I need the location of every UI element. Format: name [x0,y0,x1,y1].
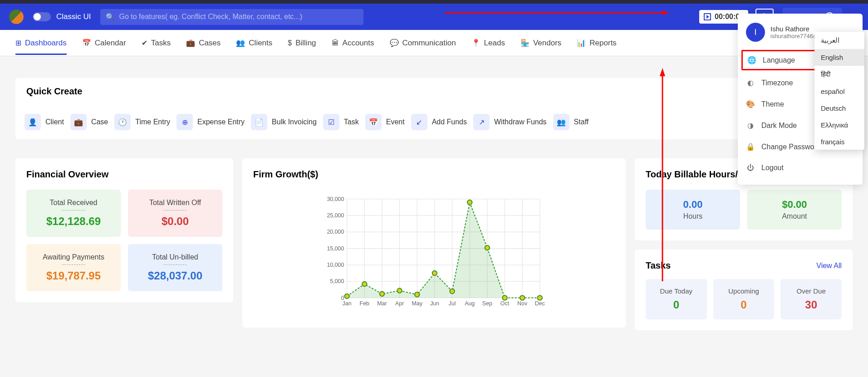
qc-case[interactable]: 💼Case [70,114,108,130]
task-due-today: Due Today0 [646,279,707,319]
billable-amount-box: $0.00 Amount [747,190,842,230]
nav-clients[interactable]: 👥Clients [236,31,272,55]
nav-calendar[interactable]: 📅Calendar [82,31,126,55]
qc-add-funds[interactable]: ↙Add Funds [411,114,467,130]
classic-ui-toggle[interactable] [33,12,51,21]
nav-dashboards[interactable]: ⊞Dashboards [15,31,67,55]
nav-tasks[interactable]: ✔Tasks [142,31,171,55]
search-input[interactable] [119,13,358,21]
contrast-icon: ◑ [746,121,755,130]
classic-ui-label: Classic UI [56,12,91,21]
svg-text:May: May [412,300,423,307]
lang-option[interactable]: हिंदी [814,66,864,83]
communication-icon: 💬 [390,39,399,47]
qc-icon: ☑ [323,114,339,130]
svg-text:Jul: Jul [449,300,456,307]
svg-text:Jun: Jun [430,300,439,307]
globe-icon: 🌐 [747,56,756,64]
task-upcoming: Upcoming0 [713,279,775,319]
qc-time-entry[interactable]: 🕐Time Entry [114,114,170,130]
qc-staff[interactable]: 👥Staff [553,114,589,130]
menu-logout[interactable]: ⏻ Logout [738,157,863,178]
svg-point-45 [467,200,472,205]
nav-communication[interactable]: 💬Communication [390,31,456,55]
svg-point-42 [415,292,419,297]
svg-text:Oct: Oct [500,300,510,307]
svg-text:30,000: 30,000 [327,196,344,202]
fin-total-un-billed: Total Un-billed$28,037.00 [128,244,222,291]
search-box[interactable]: 🔍 [100,9,363,25]
qc-icon: ↙ [411,114,427,130]
fin-total-received: Total Received$12,128.69 [26,190,121,237]
qc-withdraw-funds[interactable]: ↗Withdraw Funds [473,114,547,130]
clock-icon: ◐ [746,78,755,87]
nav-leads[interactable]: 📍Leads [471,31,505,55]
svg-point-40 [380,292,384,296]
lock-icon: 🔒 [746,142,755,151]
quick-create-card: Quick Create 👤Client💼Case🕐Time Entry⊕Exp… [15,78,853,139]
nav-reports[interactable]: 📊Reports [577,31,617,55]
fin-total-written-off: Total Written Off$0.00 [128,190,222,237]
fin-awaiting-payments: Awaiting Payments$19,787.95 [26,244,121,291]
profile-email: ishurathore7746@ [770,33,819,39]
nav-cases[interactable]: 💼Cases [186,31,221,55]
svg-text:Feb: Feb [360,300,370,307]
profile-name: Ishu Rathore [770,25,819,33]
search-icon: 🔍 [106,13,115,21]
lang-option[interactable]: Ελληνικά [814,117,864,133]
svg-point-48 [520,295,525,300]
tasks-view-all-link[interactable]: View All [816,262,842,270]
vendors-icon: 🏪 [520,39,530,47]
svg-text:Sep: Sep [482,300,492,307]
svg-point-43 [432,271,437,275]
power-icon: ⏻ [746,164,755,172]
lang-option[interactable]: English [814,49,864,66]
qc-event[interactable]: 📅Event [365,114,405,130]
svg-text:20,000: 20,000 [327,229,344,235]
svg-text:Mar: Mar [377,300,387,307]
lang-option[interactable]: العربية [814,32,864,49]
billing-icon: $ [288,39,292,47]
lang-option[interactable]: français [814,133,864,150]
qc-task[interactable]: ☑Task [323,114,359,130]
reports-icon: 📊 [577,39,586,47]
qc-icon: ⊕ [177,114,193,130]
tasks-icon: ✔ [142,39,147,47]
growth-chart: 05,00010,00015,00020,00025,00030,000JanF… [253,190,615,317]
svg-point-46 [485,245,490,250]
task-over-due: Over Due30 [780,279,842,319]
svg-point-39 [362,282,367,286]
svg-text:Dec: Dec [535,300,545,307]
svg-point-47 [502,295,507,300]
svg-text:15,000: 15,000 [327,245,344,252]
qc-icon: 👤 [25,114,41,130]
lang-option[interactable]: Deutsch [814,100,864,117]
accounts-icon: 🏛 [332,39,339,47]
svg-text:10,000: 10,000 [327,262,344,268]
tasks-card: Tasks View All Due Today0Upcoming0Over D… [635,250,853,330]
quick-create-title: Quick Create [15,78,93,105]
svg-text:5,000: 5,000 [330,278,344,284]
qc-icon: 📄 [251,114,267,130]
svg-text:Aug: Aug [465,300,475,307]
svg-text:25,000: 25,000 [327,212,344,219]
financial-overview-card: Financial Overview Total Received$12,128… [15,158,233,302]
play-icon [704,13,711,20]
nav-billing[interactable]: $Billing [288,31,316,55]
qc-bulk-invoicing[interactable]: 📄Bulk Invoicing [251,114,317,130]
qc-icon: 👥 [553,114,569,130]
growth-title: Firm Growth($) [253,169,615,180]
svg-point-49 [538,295,542,300]
svg-point-41 [397,288,402,293]
svg-point-38 [344,294,349,299]
qc-client[interactable]: 👤Client [25,114,64,130]
qc-icon: 📅 [365,114,382,130]
svg-text:Jan: Jan [343,300,352,307]
logo [9,10,24,24]
lang-option[interactable]: español [814,83,864,100]
nav-vendors[interactable]: 🏪Vendors [520,31,561,55]
nav-accounts[interactable]: 🏛Accounts [332,31,374,55]
dashboards-icon: ⊞ [15,39,21,47]
qc-expense-entry[interactable]: ⊕Expense Entry [177,114,245,130]
leads-icon: 📍 [471,39,481,47]
